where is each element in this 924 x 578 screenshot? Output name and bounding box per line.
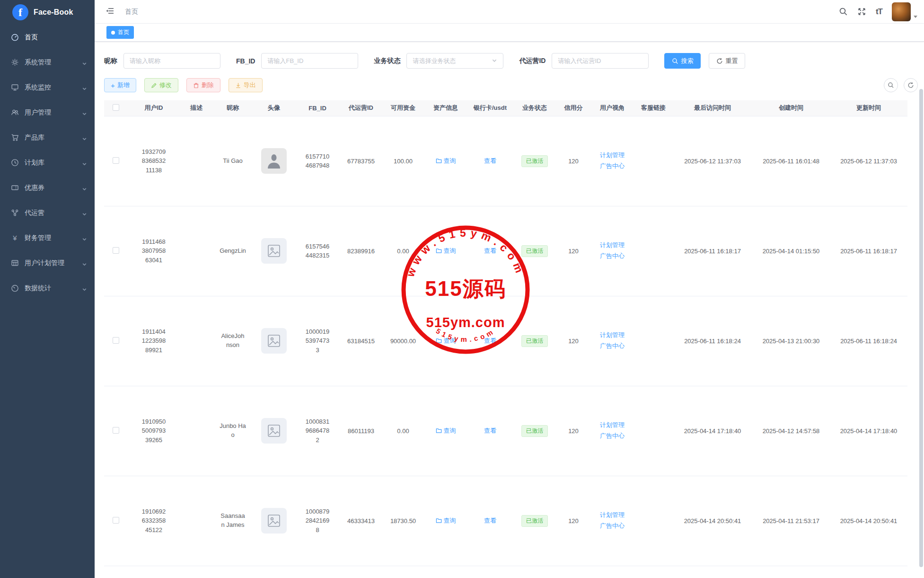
available-funds: 100.00: [382, 116, 424, 206]
font-size-icon[interactable]: tT: [876, 7, 882, 17]
plan-mgmt-link[interactable]: 计划管理: [591, 420, 633, 431]
credit-score: 120: [556, 296, 590, 386]
sidebar-item-agent-ops[interactable]: 代运营: [0, 200, 95, 225]
service-link: [634, 296, 673, 386]
bank-view-link[interactable]: 查看: [484, 247, 496, 255]
plan-mgmt-link[interactable]: 计划管理: [591, 240, 633, 251]
column-header: 代运营ID: [340, 100, 382, 116]
bank-view-link[interactable]: 查看: [484, 516, 496, 525]
asset-query-link[interactable]: 查询: [436, 337, 456, 345]
download-icon: [235, 82, 241, 89]
topbar: 首页 tT: [95, 0, 924, 24]
column-header: 信用分: [556, 100, 590, 116]
reset-button[interactable]: 重置: [709, 53, 745, 69]
description: [180, 476, 213, 566]
sidebar: f Face-Book 首页 系统管理 系统监控 用户管理: [0, 0, 95, 578]
sidebar-item-coupons[interactable]: 优惠券: [0, 175, 95, 200]
toggle-search-icon[interactable]: [884, 78, 898, 92]
asset-query-link[interactable]: 查询: [436, 247, 456, 255]
bank-view-link[interactable]: 查看: [484, 427, 496, 435]
column-header: FB_ID: [295, 100, 340, 116]
sidebar-item-user-mgmt[interactable]: 用户管理: [0, 100, 95, 125]
fullscreen-icon[interactable]: [857, 7, 866, 16]
status-badge: 已激活: [521, 245, 548, 257]
asset-query-link[interactable]: 查询: [436, 157, 456, 165]
ad-center-link[interactable]: 广告中心: [591, 521, 633, 532]
tab-home[interactable]: 首页: [106, 26, 134, 39]
asset-query-link[interactable]: 查询: [436, 427, 456, 435]
plan-mgmt-link[interactable]: 计划管理: [591, 150, 633, 161]
chevron-down-icon: [82, 85, 87, 90]
created-time: 2025-04-14 01:15:50: [752, 206, 830, 296]
table-header: 用户ID 描述 昵称 头像 FB_ID 代运营ID 可用资金 资产信息 银行卡/…: [104, 100, 907, 116]
sidebar-collapse-icon[interactable]: [106, 7, 114, 17]
ad-center-link[interactable]: 广告中心: [591, 251, 633, 262]
plan-mgmt-link[interactable]: 计划管理: [591, 510, 633, 521]
bank-view-link[interactable]: 查看: [484, 337, 496, 345]
table-tools: [878, 78, 918, 92]
row-avatar: [261, 238, 287, 264]
refresh-icon[interactable]: [904, 78, 918, 92]
column-header: 最后访问时间: [673, 100, 752, 116]
nickname: AliceJohnson: [220, 332, 246, 350]
fbid-input[interactable]: [261, 53, 358, 69]
add-button[interactable]: + 新增: [104, 78, 136, 92]
facebook-icon: f: [12, 4, 28, 20]
description: [180, 116, 213, 206]
plan-mgmt-link[interactable]: 计划管理: [591, 330, 633, 341]
edit-button[interactable]: 修改: [144, 78, 178, 92]
asset-query-label: 查询: [444, 337, 456, 345]
sidebar-item-label: 数据统计: [25, 284, 82, 293]
sidebar-item-system-monitor[interactable]: 系统监控: [0, 75, 95, 100]
stats-gauge-icon: [11, 284, 19, 292]
table-row: 1911468380795863041 GengzLin 61575464482…: [104, 206, 907, 296]
status-badge: 已激活: [521, 155, 548, 167]
sidebar-item-label: 系统管理: [25, 58, 82, 67]
last-visit-time: 2025-04-14 20:50:41: [673, 476, 752, 566]
sidebar-item-product-lib[interactable]: 产品库: [0, 125, 95, 150]
fb-id: 61577104687948: [305, 152, 330, 170]
edit-button-label: 修改: [159, 81, 172, 89]
available-funds: 0.00: [382, 386, 424, 476]
ad-center-link[interactable]: 广告中心: [591, 161, 633, 172]
delete-button-label: 删除: [202, 81, 214, 89]
chevron-down-icon: [82, 285, 87, 291]
fb-id: 61575464482315: [305, 242, 330, 260]
table-row: 1911404122359889921 AliceJohnson 1000019…: [104, 296, 907, 386]
agent-id: 63184515: [340, 296, 382, 386]
user-avatar[interactable]: [892, 2, 911, 21]
service-link: [634, 116, 673, 206]
available-funds: 90000.00: [382, 296, 424, 386]
avatar-caret-icon[interactable]: [914, 16, 917, 18]
search-button[interactable]: 搜索: [664, 53, 701, 69]
sidebar-item-system-mgmt[interactable]: 系统管理: [0, 50, 95, 75]
sidebar-item-data-stats[interactable]: 数据统计: [0, 276, 95, 301]
row-checkbox[interactable]: [113, 337, 119, 344]
bank-view-link[interactable]: 查看: [484, 157, 496, 165]
sidebar-item-user-plan-mgmt[interactable]: 用户计划管理: [0, 250, 95, 276]
row-checkbox[interactable]: [113, 427, 119, 434]
chevron-down-icon: [82, 60, 87, 65]
search-icon[interactable]: [839, 7, 848, 16]
sidebar-item-label: 首页: [25, 33, 87, 42]
sidebar-item-home[interactable]: 首页: [0, 25, 95, 50]
export-button[interactable]: 导出: [229, 78, 263, 92]
agent-id-input[interactable]: [552, 53, 649, 69]
vertical-scrollbar[interactable]: [919, 89, 923, 567]
status-select[interactable]: 请选择业务状态: [406, 53, 503, 69]
app-window: f Face-Book 首页 系统管理 系统监控 用户管理: [0, 0, 924, 578]
row-checkbox[interactable]: [113, 517, 119, 524]
sidebar-item-plan-lib[interactable]: 计划库: [0, 150, 95, 175]
nickname: Tii Gao: [220, 157, 246, 166]
chevron-down-icon: [82, 235, 87, 240]
row-checkbox[interactable]: [113, 157, 119, 164]
ad-center-link[interactable]: 广告中心: [591, 341, 633, 352]
ad-center-link[interactable]: 广告中心: [591, 431, 633, 442]
select-all-checkbox[interactable]: [113, 104, 119, 111]
created-time: 2025-06-11 16:01:48: [752, 116, 830, 206]
row-checkbox[interactable]: [113, 247, 119, 254]
sidebar-item-finance[interactable]: ¥ 财务管理: [0, 225, 95, 250]
asset-query-link[interactable]: 查询: [436, 516, 456, 525]
nickname-input[interactable]: [123, 53, 220, 69]
delete-button[interactable]: 删除: [186, 78, 220, 92]
